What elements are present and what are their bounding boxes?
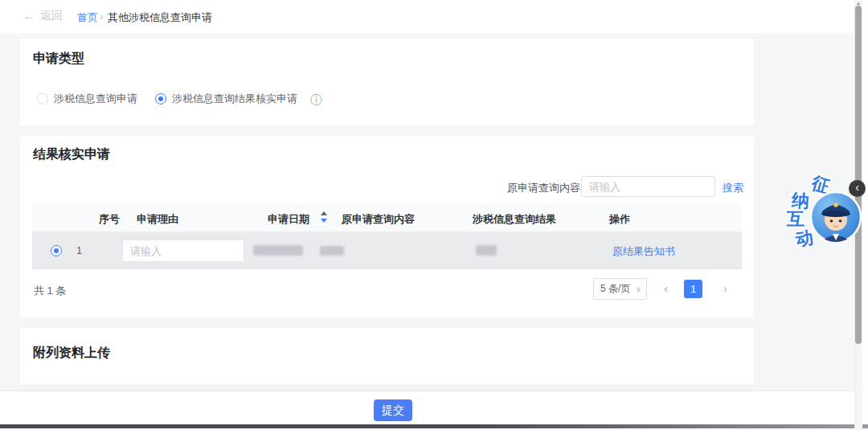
collapse-handle-button[interactable]: ‹ — [849, 180, 866, 197]
reason-input[interactable] — [122, 240, 244, 262]
pagination-total: 共 1 条 — [34, 284, 66, 298]
result-verify-section: 结果核实申请 原申请查询内容： 搜索 序号 申请理由 申请日期 原申请查询内容 … — [20, 136, 754, 317]
redacted-date-value — [253, 245, 303, 256]
back-arrow-icon: ← — [23, 10, 35, 23]
attachments-section: 附列资料上传 — [20, 328, 754, 391]
result-verify-title: 结果核实申请 — [33, 146, 110, 163]
column-header-query: 原申请查询内容 — [342, 212, 415, 227]
breadcrumb-home[interactable]: 首页 — [77, 10, 98, 25]
radio-result-verify[interactable] — [155, 93, 166, 104]
column-header-index: 序号 — [99, 212, 120, 227]
current-page-button[interactable]: 1 — [684, 280, 702, 298]
row-select-radio[interactable] — [51, 245, 62, 256]
search-label: 原申请查询内容： — [507, 181, 591, 195]
back-button[interactable]: ← 返回 — [23, 9, 63, 23]
collapse-arrow-icon: ‹ — [855, 181, 859, 194]
column-header-date: 申请日期 — [268, 212, 309, 227]
next-page-button[interactable]: › — [723, 281, 727, 295]
breadcrumb-separator-icon: › — [100, 10, 103, 23]
radio-label-tax-info-query[interactable]: 涉税信息查询申请 — [54, 92, 137, 106]
search-input[interactable] — [581, 176, 715, 197]
sort-descending-icon — [321, 219, 327, 223]
chevron-down-icon: ∨ — [636, 285, 641, 293]
redacted-result-value — [476, 245, 497, 256]
page-size-select[interactable]: 5 条/页 ∨ — [593, 278, 647, 300]
page-size-value: 5 条/页 — [600, 282, 630, 296]
column-header-reason: 申请理由 — [137, 212, 178, 227]
attachments-title: 附列资料上传 — [33, 345, 110, 362]
sort-icon[interactable] — [320, 211, 328, 225]
table-row[interactable]: 1 原结果告知书 — [32, 232, 742, 269]
search-button[interactable]: 搜索 — [723, 181, 743, 195]
radio-tax-info-query[interactable] — [37, 93, 48, 104]
footer-bar: 提交 — [0, 391, 868, 424]
radio-label-result-verify[interactable]: 涉税信息查询结果核实申请 — [172, 92, 297, 106]
info-icon[interactable]: ⓘ — [310, 93, 322, 105]
apply-type-section: 申请类型 涉税信息查询申请 涉税信息查询结果核实申请 ⓘ — [20, 39, 754, 125]
previous-page-button[interactable]: ‹ — [664, 281, 668, 295]
back-label: 返回 — [40, 9, 63, 23]
breadcrumb-current: 其他涉税信息查询申请 — [108, 10, 212, 25]
mascot-avatar-icon — [809, 190, 863, 244]
sort-ascending-icon — [321, 211, 327, 215]
submit-button[interactable]: 提交 — [374, 399, 412, 421]
apply-type-radio-group: 涉税信息查询申请 涉税信息查询结果核实申请 ⓘ — [37, 92, 322, 106]
upload-area-partial — [20, 384, 754, 391]
original-result-notice-link[interactable]: 原结果告知书 — [612, 244, 675, 259]
column-header-result: 涉税信息查询结果 — [473, 212, 556, 227]
app-window: ← 返回 首页 › 其他涉税信息查询申请 申请类型 涉税信息查询申请 涉税信息查… — [0, 0, 868, 430]
column-header-action: 操作 — [609, 212, 630, 227]
table-header-row: 序号 申请理由 申请日期 原申请查询内容 涉税信息查询结果 操作 — [32, 203, 742, 232]
topbar: ← 返回 首页 › 其他涉税信息查询申请 — [0, 0, 854, 33]
window-bottom-edge — [0, 424, 868, 428]
redacted-query-value — [320, 246, 344, 256]
apply-type-title: 申请类型 — [33, 51, 84, 68]
row-index: 1 — [76, 244, 82, 256]
result-table: 序号 申请理由 申请日期 原申请查询内容 涉税信息查询结果 操作 1 原结果告知… — [32, 203, 742, 269]
